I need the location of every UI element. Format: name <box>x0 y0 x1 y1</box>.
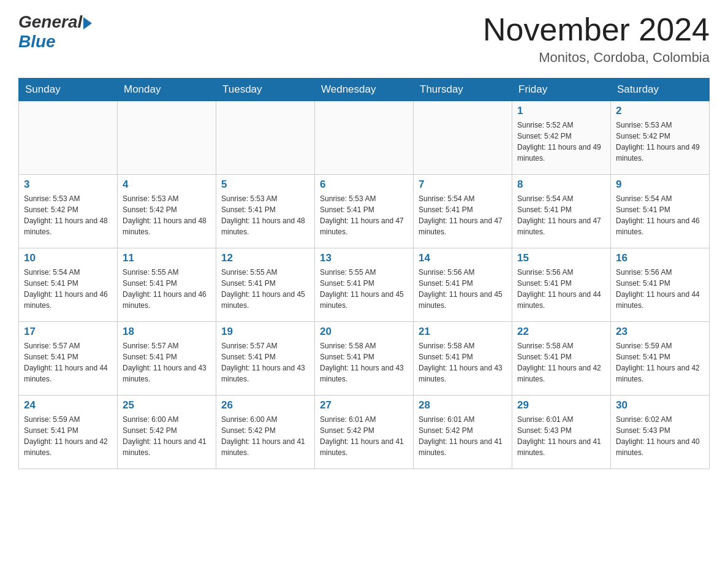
calendar-cell: 19Sunrise: 5:57 AM Sunset: 5:41 PM Dayli… <box>216 322 315 396</box>
day-detail: Sunrise: 6:00 AM Sunset: 5:42 PM Dayligh… <box>221 414 309 458</box>
day-detail: Sunrise: 5:53 AM Sunset: 5:42 PM Dayligh… <box>123 193 211 237</box>
day-number: 28 <box>419 399 507 412</box>
day-detail: Sunrise: 6:00 AM Sunset: 5:42 PM Dayligh… <box>123 414 211 458</box>
calendar-cell: 21Sunrise: 5:58 AM Sunset: 5:41 PM Dayli… <box>414 322 512 396</box>
day-detail: Sunrise: 5:53 AM Sunset: 5:42 PM Dayligh… <box>616 120 704 164</box>
day-detail: Sunrise: 6:02 AM Sunset: 5:43 PM Dayligh… <box>616 414 704 458</box>
calendar-header-friday: Friday <box>512 79 611 101</box>
logo-general-text: General <box>18 12 82 32</box>
day-detail: Sunrise: 5:54 AM Sunset: 5:41 PM Dayligh… <box>24 267 112 311</box>
day-number: 11 <box>123 252 211 264</box>
day-detail: Sunrise: 6:01 AM Sunset: 5:43 PM Dayligh… <box>517 414 605 458</box>
calendar-cell <box>315 101 414 175</box>
calendar-table: SundayMondayTuesdayWednesdayThursdayFrid… <box>18 78 710 469</box>
day-detail: Sunrise: 5:58 AM Sunset: 5:41 PM Dayligh… <box>517 340 605 385</box>
day-number: 20 <box>320 326 408 338</box>
day-detail: Sunrise: 5:57 AM Sunset: 5:41 PM Dayligh… <box>221 340 309 385</box>
day-number: 9 <box>616 178 704 191</box>
calendar-header-row: SundayMondayTuesdayWednesdayThursdayFrid… <box>19 79 710 101</box>
calendar-week-row-4: 17Sunrise: 5:57 AM Sunset: 5:41 PM Dayli… <box>19 322 710 396</box>
day-number: 6 <box>320 178 408 191</box>
day-number: 27 <box>320 399 408 412</box>
day-detail: Sunrise: 5:54 AM Sunset: 5:41 PM Dayligh… <box>517 193 605 237</box>
calendar-header-tuesday: Tuesday <box>216 79 315 101</box>
calendar-cell: 7Sunrise: 5:54 AM Sunset: 5:41 PM Daylig… <box>414 175 512 248</box>
calendar-cell: 14Sunrise: 5:56 AM Sunset: 5:41 PM Dayli… <box>414 248 512 322</box>
day-detail: Sunrise: 6:01 AM Sunset: 5:42 PM Dayligh… <box>320 414 408 458</box>
day-detail: Sunrise: 5:52 AM Sunset: 5:42 PM Dayligh… <box>517 120 605 164</box>
day-detail: Sunrise: 5:54 AM Sunset: 5:41 PM Dayligh… <box>419 193 507 237</box>
day-detail: Sunrise: 5:58 AM Sunset: 5:41 PM Dayligh… <box>320 340 408 385</box>
day-detail: Sunrise: 5:58 AM Sunset: 5:41 PM Dayligh… <box>419 340 507 385</box>
calendar-cell: 26Sunrise: 6:00 AM Sunset: 5:42 PM Dayli… <box>216 396 315 469</box>
day-number: 22 <box>517 326 605 338</box>
day-detail: Sunrise: 5:59 AM Sunset: 5:41 PM Dayligh… <box>616 340 704 385</box>
day-detail: Sunrise: 5:59 AM Sunset: 5:41 PM Dayligh… <box>24 414 112 458</box>
day-number: 10 <box>24 252 112 264</box>
calendar-week-row-2: 3Sunrise: 5:53 AM Sunset: 5:42 PM Daylig… <box>19 175 710 248</box>
logo-arrow-icon <box>83 17 92 29</box>
calendar-cell: 4Sunrise: 5:53 AM Sunset: 5:42 PM Daylig… <box>118 175 216 248</box>
day-detail: Sunrise: 5:55 AM Sunset: 5:41 PM Dayligh… <box>320 267 408 311</box>
calendar-cell: 25Sunrise: 6:00 AM Sunset: 5:42 PM Dayli… <box>118 396 216 469</box>
day-number: 16 <box>616 252 704 264</box>
calendar-cell <box>216 101 315 175</box>
month-title: November 2024 <box>483 12 710 47</box>
calendar-cell: 27Sunrise: 6:01 AM Sunset: 5:42 PM Dayli… <box>315 396 414 469</box>
calendar-cell: 5Sunrise: 5:53 AM Sunset: 5:41 PM Daylig… <box>216 175 315 248</box>
calendar-cell <box>414 101 512 175</box>
day-number: 1 <box>517 105 605 117</box>
day-number: 29 <box>517 399 605 412</box>
calendar-cell: 12Sunrise: 5:55 AM Sunset: 5:41 PM Dayli… <box>216 248 315 322</box>
day-detail: Sunrise: 5:56 AM Sunset: 5:41 PM Dayligh… <box>419 267 507 311</box>
page-header: General Blue November 2024 Monitos, Cord… <box>18 12 710 66</box>
day-detail: Sunrise: 5:54 AM Sunset: 5:41 PM Dayligh… <box>616 193 704 237</box>
calendar-cell: 2Sunrise: 5:53 AM Sunset: 5:42 PM Daylig… <box>611 101 710 175</box>
day-detail: Sunrise: 5:57 AM Sunset: 5:41 PM Dayligh… <box>24 340 112 385</box>
day-number: 26 <box>221 399 309 412</box>
calendar-cell: 22Sunrise: 5:58 AM Sunset: 5:41 PM Dayli… <box>512 322 611 396</box>
day-detail: Sunrise: 5:57 AM Sunset: 5:41 PM Dayligh… <box>123 340 211 385</box>
day-number: 17 <box>24 326 112 338</box>
calendar-cell: 8Sunrise: 5:54 AM Sunset: 5:41 PM Daylig… <box>512 175 611 248</box>
calendar-cell: 30Sunrise: 6:02 AM Sunset: 5:43 PM Dayli… <box>611 396 710 469</box>
day-number: 12 <box>221 252 309 264</box>
day-detail: Sunrise: 5:56 AM Sunset: 5:41 PM Dayligh… <box>616 267 704 311</box>
day-number: 24 <box>24 399 112 412</box>
calendar-cell: 24Sunrise: 5:59 AM Sunset: 5:41 PM Dayli… <box>19 396 118 469</box>
logo-blue-text: Blue <box>18 32 56 52</box>
calendar-week-row-5: 24Sunrise: 5:59 AM Sunset: 5:41 PM Dayli… <box>19 396 710 469</box>
title-section: November 2024 Monitos, Cordoba, Colombia <box>483 12 710 66</box>
day-detail: Sunrise: 5:53 AM Sunset: 5:41 PM Dayligh… <box>221 193 309 237</box>
calendar-cell: 6Sunrise: 5:53 AM Sunset: 5:41 PM Daylig… <box>315 175 414 248</box>
calendar-cell: 11Sunrise: 5:55 AM Sunset: 5:41 PM Dayli… <box>118 248 216 322</box>
day-number: 5 <box>221 178 309 191</box>
day-detail: Sunrise: 5:55 AM Sunset: 5:41 PM Dayligh… <box>221 267 309 311</box>
calendar-header-wednesday: Wednesday <box>315 79 414 101</box>
calendar-cell: 18Sunrise: 5:57 AM Sunset: 5:41 PM Dayli… <box>118 322 216 396</box>
day-number: 25 <box>123 399 211 412</box>
calendar-cell: 9Sunrise: 5:54 AM Sunset: 5:41 PM Daylig… <box>611 175 710 248</box>
calendar-cell: 13Sunrise: 5:55 AM Sunset: 5:41 PM Dayli… <box>315 248 414 322</box>
day-number: 2 <box>616 105 704 117</box>
calendar-cell <box>118 101 216 175</box>
calendar-header-monday: Monday <box>118 79 216 101</box>
day-number: 23 <box>616 326 704 338</box>
day-detail: Sunrise: 5:53 AM Sunset: 5:41 PM Dayligh… <box>320 193 408 237</box>
calendar-cell: 10Sunrise: 5:54 AM Sunset: 5:41 PM Dayli… <box>19 248 118 322</box>
calendar-header-saturday: Saturday <box>611 79 710 101</box>
day-number: 15 <box>517 252 605 264</box>
calendar-cell <box>19 101 118 175</box>
calendar-week-row-1: 1Sunrise: 5:52 AM Sunset: 5:42 PM Daylig… <box>19 101 710 175</box>
day-number: 13 <box>320 252 408 264</box>
location-subtitle: Monitos, Cordoba, Colombia <box>483 50 710 66</box>
day-number: 21 <box>419 326 507 338</box>
calendar-cell: 16Sunrise: 5:56 AM Sunset: 5:41 PM Dayli… <box>611 248 710 322</box>
day-number: 7 <box>419 178 507 191</box>
day-detail: Sunrise: 5:56 AM Sunset: 5:41 PM Dayligh… <box>517 267 605 311</box>
day-number: 30 <box>616 399 704 412</box>
logo: General Blue <box>18 12 92 52</box>
calendar-cell: 29Sunrise: 6:01 AM Sunset: 5:43 PM Dayli… <box>512 396 611 469</box>
calendar-cell: 28Sunrise: 6:01 AM Sunset: 5:42 PM Dayli… <box>414 396 512 469</box>
day-detail: Sunrise: 5:55 AM Sunset: 5:41 PM Dayligh… <box>123 267 211 311</box>
